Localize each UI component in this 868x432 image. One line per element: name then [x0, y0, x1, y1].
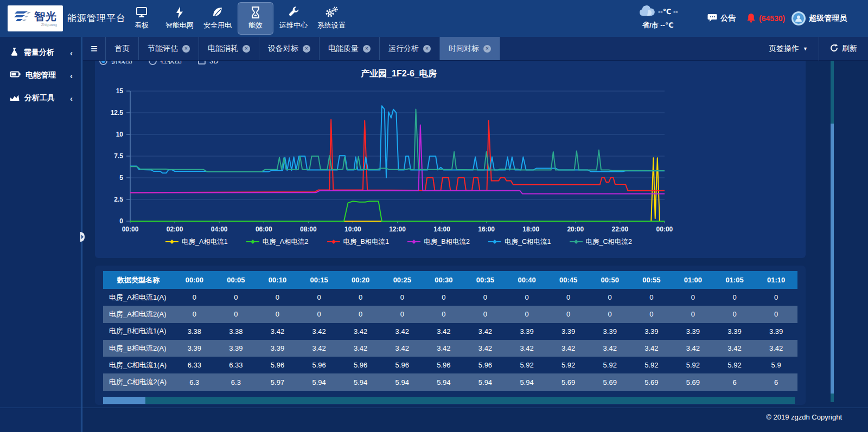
svg-text:12:00: 12:00 — [389, 225, 406, 233]
nav-item-6[interactable]: 系统设置 — [314, 2, 349, 35]
row-value: 0 — [464, 289, 506, 306]
row-value: 3.42 — [464, 323, 506, 340]
legend-item-3[interactable]: 电房_B相电流1 — [327, 237, 390, 247]
nav-item-3[interactable]: 安全用电 — [200, 2, 235, 35]
table-row-1[interactable]: 电房_A相电流1(A)000000000000000 — [103, 289, 797, 306]
svg-text:5: 5 — [119, 174, 123, 182]
nav-item-1[interactable]: 看板 — [124, 2, 159, 35]
table-row-5[interactable]: 电房_C相电流1(A)6.336.335.965.965.965.965.965… — [103, 357, 797, 373]
row-value: 0 — [589, 306, 631, 323]
gears-icon — [324, 7, 339, 18]
row-value: 3.42 — [257, 323, 298, 340]
row-value: 5.69 — [589, 373, 631, 390]
legend-item-6[interactable]: 电房_C相电流2 — [570, 237, 632, 247]
tab-label: 首页 — [114, 44, 130, 54]
tab-2[interactable]: 节能评估× — [139, 37, 199, 60]
user-menu[interactable]: 超级管理员 — [792, 0, 847, 37]
vscroll-thumb[interactable] — [831, 124, 834, 394]
refresh-label: 刷新 — [842, 44, 857, 54]
table-header-cell: 00:45 — [547, 271, 589, 289]
tab-close-icon[interactable]: × — [303, 45, 310, 53]
row-value: 3.42 — [298, 340, 340, 357]
row-value: 0 — [174, 306, 215, 323]
table-row-6[interactable]: 电房_C相电流2(A)6.36.35.975.945.945.945.945.9… — [103, 373, 797, 390]
table-header-cell: 00:05 — [215, 271, 257, 289]
row-value: 3.42 — [755, 340, 797, 357]
alarm-button[interactable]: (64530) — [746, 0, 785, 37]
svg-text:00:00: 00:00 — [656, 225, 673, 233]
row-value: 5.97 — [257, 373, 298, 390]
row-value: 0 — [755, 289, 797, 306]
tab-5[interactable]: 电能质量× — [320, 37, 380, 60]
row-value: 3.39 — [672, 323, 714, 340]
row-value: 0 — [506, 289, 548, 306]
tab-label: 电能消耗 — [208, 44, 238, 54]
notice-button[interactable]: 公告 — [707, 0, 736, 37]
row-value: 0 — [381, 306, 423, 323]
hscroll-thumb[interactable] — [103, 397, 145, 404]
svg-text:10:00: 10:00 — [344, 225, 361, 233]
row-value: 3.42 — [340, 323, 381, 340]
sidebar-item-2[interactable]: 电能管理‹ — [0, 64, 80, 87]
legend-label: 电房_A相电流2 — [263, 237, 309, 247]
sidebar-item-3[interactable]: 分析工具‹ — [0, 87, 80, 109]
svg-text:7.5: 7.5 — [114, 152, 123, 160]
nav-item-4[interactable]: 能效 — [238, 2, 273, 35]
nav-item-label: 智能电网 — [165, 21, 194, 30]
tab-close-icon[interactable]: × — [363, 45, 371, 53]
table-header-cell: 00:30 — [423, 271, 465, 289]
nav-item-label: 能效 — [248, 21, 263, 30]
chevron-left-icon: ‹ — [70, 94, 73, 103]
brand-logo[interactable]: 智光 Zhiguang — [8, 5, 63, 31]
line-chart[interactable]: 02.557.51012.51500:0002:0004:0006:0008:0… — [95, 77, 806, 235]
refresh-button[interactable]: 刷新 — [819, 37, 868, 61]
tab-ops-button[interactable]: 页签操作 ▼ — [758, 37, 819, 61]
table-row-3[interactable]: 电房_B相电流1(A)3.383.383.423.423.423.423.423… — [103, 323, 797, 340]
row-value: 0 — [423, 289, 465, 306]
tab-3[interactable]: 电能消耗× — [199, 37, 259, 60]
tab-close-icon[interactable]: × — [423, 45, 431, 53]
nav-item-label: 安全用电 — [203, 21, 232, 30]
row-value: 5.94 — [340, 373, 381, 390]
tab-close-icon[interactable]: × — [182, 45, 190, 53]
row-value: 6.3 — [215, 373, 257, 390]
sidebar-collapse-handle[interactable] — [80, 232, 85, 242]
chevron-left-icon: ‹ — [70, 48, 73, 57]
row-label: 电房_B相电流2(A) — [103, 340, 174, 357]
sidebar-item-label: 分析工具 — [24, 93, 65, 103]
nav-item-5[interactable]: 运维中心 — [276, 2, 311, 35]
tab-7[interactable]: 时间对标× — [440, 37, 500, 60]
legend-item-5[interactable]: 电房_C相电流1 — [488, 237, 551, 247]
tab-close-icon[interactable]: × — [242, 45, 250, 53]
table-row-2[interactable]: 电房_A相电流2(A)000000000000000 — [103, 306, 797, 323]
weather-cloud-icon — [638, 5, 655, 18]
tab-label: 电能质量 — [328, 44, 359, 54]
row-value: 0 — [714, 289, 756, 306]
legend-item-2[interactable]: 电房_A相电流2 — [246, 237, 309, 247]
row-value: 5.96 — [381, 357, 423, 373]
table-row-4[interactable]: 电房_B相电流2(A)3.393.393.393.423.423.423.423… — [103, 340, 797, 357]
tab-1[interactable]: 首页 — [106, 37, 139, 60]
tab-menu-button[interactable]: ≡ — [83, 37, 106, 61]
tab-close-icon[interactable]: × — [483, 45, 491, 53]
row-value: 0 — [547, 289, 589, 306]
footer-copyright: © 2019 zgzdh Copyright — [766, 413, 842, 421]
table-header-cell: 00:55 — [631, 271, 673, 289]
row-value: 3.39 — [714, 323, 756, 340]
table-header-cell: 00:00 — [174, 271, 215, 289]
legend-item-1[interactable]: 电房_A相电流1 — [165, 237, 228, 247]
svg-text:2.5: 2.5 — [114, 196, 123, 203]
row-value: 3.39 — [631, 323, 673, 340]
series-电房_C相电流1 — [130, 106, 665, 178]
row-value: 0 — [298, 306, 340, 323]
tab-4[interactable]: 设备对标× — [259, 37, 320, 60]
row-value: 0 — [257, 289, 298, 306]
table-horizontal-scrollbar[interactable] — [103, 397, 795, 404]
sidebar-item-1[interactable]: 需量分析‹ — [0, 41, 80, 64]
chart-panel: 折线图柱状图3D 产业园_1F2-6_电房 02.557.51012.51500… — [95, 52, 806, 258]
brand-logo-icon — [14, 9, 32, 28]
legend-item-4[interactable]: 电房_B相电流2 — [407, 237, 470, 247]
nav-item-2[interactable]: 智能电网 — [162, 2, 197, 35]
page-vertical-scrollbar[interactable] — [831, 61, 834, 402]
tab-6[interactable]: 运行分析× — [380, 37, 440, 60]
